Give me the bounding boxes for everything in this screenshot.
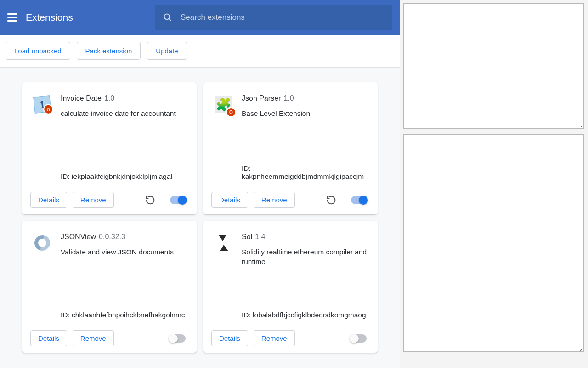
details-button[interactable]: Details — [211, 192, 248, 208]
extension-id: ID: lobalabdfbjccfigklbdeoodkomgmaog — [242, 311, 369, 319]
extension-id: ID: kakpnheemmeigddbjmdmmkjlgipaccjm — [242, 164, 369, 181]
svg-line-1 — [169, 18, 171, 21]
office-badge-icon: O — [226, 107, 236, 117]
extension-card: JSONView0.0.32.3Validate and view JSON d… — [22, 221, 197, 353]
dev-toolbar: Load unpacked Pack extension Update — [0, 34, 400, 68]
remove-button[interactable]: Remove — [73, 192, 114, 208]
remove-button[interactable]: Remove — [73, 330, 114, 346]
svg-marker-2 — [218, 235, 226, 241]
svg-point-0 — [164, 14, 170, 19]
search-icon — [163, 13, 172, 22]
update-button[interactable]: Update — [147, 42, 187, 60]
solidity-icon — [215, 233, 231, 253]
extensions-manager: Extensions Load unpacked Pack extension … — [0, 0, 400, 368]
search-input[interactable] — [181, 13, 341, 22]
menu-icon[interactable] — [7, 13, 17, 22]
reload-icon[interactable] — [325, 194, 337, 206]
extension-description: Solidity realtime ethereum compiler and … — [242, 247, 369, 267]
details-button[interactable]: Details — [211, 330, 248, 346]
extension-card: 🧩OJson Parser1.0Base Level ExtensionID: … — [203, 82, 378, 214]
extension-description: Validate and view JSON documents — [61, 247, 188, 257]
remove-button[interactable]: Remove — [254, 330, 295, 346]
svg-marker-3 — [220, 245, 228, 251]
details-button[interactable]: Details — [30, 330, 67, 346]
extension-description: calculate invoice date for accountant — [61, 109, 188, 119]
header-bar: Extensions — [0, 0, 400, 34]
enable-toggle[interactable] — [170, 334, 186, 343]
output-textarea-top[interactable] — [403, 3, 584, 129]
extension-name: Sol1.4 — [242, 233, 369, 241]
extension-version: 1.4 — [255, 233, 265, 241]
page-title: Extensions — [26, 12, 73, 23]
extension-grid: 1OInvoice Date1.0calculate invoice date … — [0, 82, 400, 353]
details-button[interactable]: Details — [30, 192, 67, 208]
extension-name: Json Parser1.0 — [242, 94, 369, 103]
extension-id: ID: chklaanhfefbnpoihckbnefhakgolnmc — [61, 311, 188, 319]
extension-name: JSONView0.0.32.3 — [61, 233, 188, 241]
pack-extension-button[interactable]: Pack extension — [77, 42, 141, 60]
reload-icon[interactable] — [144, 194, 156, 206]
side-panel — [400, 0, 588, 368]
office-badge-icon: O — [43, 104, 54, 115]
extension-description: Base Level Extension — [242, 109, 369, 119]
extension-version: 1.0 — [283, 94, 294, 102]
extension-version: 1.0 — [104, 94, 114, 102]
extension-version: 0.0.32.3 — [99, 233, 125, 241]
extension-id: ID: iekplaakfcigbnkjdnjokklpljmlagal — [61, 172, 188, 181]
ring-icon — [34, 234, 51, 252]
extension-card: Sol1.4Solidity realtime ethereum compile… — [203, 221, 378, 353]
search-box[interactable] — [155, 5, 392, 30]
remove-button[interactable]: Remove — [254, 192, 295, 208]
extension-name: Invoice Date1.0 — [61, 94, 188, 103]
extension-card: 1OInvoice Date1.0calculate invoice date … — [22, 82, 197, 214]
load-unpacked-button[interactable]: Load unpacked — [6, 42, 70, 60]
content-area: 1OInvoice Date1.0calculate invoice date … — [0, 68, 400, 368]
output-textarea-bottom[interactable] — [403, 134, 584, 352]
calendar-icon: 1O — [33, 95, 51, 114]
enable-toggle[interactable] — [170, 196, 186, 204]
enable-toggle[interactable] — [351, 196, 367, 204]
enable-toggle[interactable] — [351, 334, 367, 343]
puzzle-icon: 🧩O — [215, 96, 232, 113]
